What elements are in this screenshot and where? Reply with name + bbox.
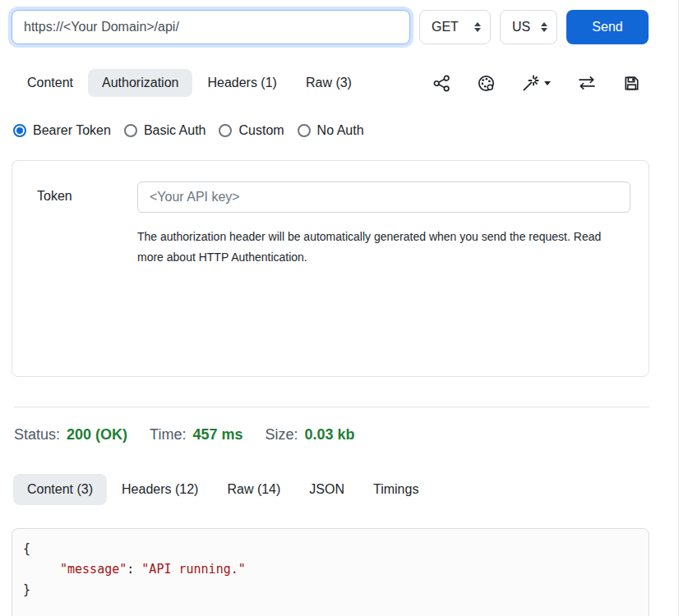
region-select[interactable]: US [500, 10, 557, 44]
bearer-token-panel: Token The authorization header will be a… [12, 160, 649, 377]
section-divider [14, 407, 649, 407]
auth-option-custom[interactable]: Custom [219, 123, 284, 138]
response-body-panel: {"message": "API running."} [12, 528, 649, 616]
tab-headers[interactable]: Headers (1) [193, 69, 290, 97]
response-tab-timings[interactable]: Timings [359, 474, 432, 505]
auth-option-basic-auth[interactable]: Basic Auth [124, 123, 206, 138]
token-row: Token [37, 182, 630, 213]
token-label: Token [37, 182, 137, 213]
tab-content[interactable]: Content [13, 69, 87, 97]
request-toolbar [433, 75, 649, 92]
auth-option-label: No Auth [317, 123, 364, 138]
radio-unchecked-icon [298, 124, 311, 137]
json-value: "API running." [141, 562, 245, 577]
url-input[interactable] [12, 10, 410, 44]
time-label: Time: [150, 426, 186, 444]
status-label: Status: [14, 426, 60, 444]
size-label: Size: [265, 426, 298, 444]
palette-icon [478, 75, 495, 92]
share-button[interactable] [433, 75, 450, 92]
swap-button[interactable] [578, 76, 596, 90]
save-icon [623, 75, 640, 92]
json-key: "message" [60, 562, 127, 577]
region-select-value: US [512, 20, 530, 34]
radio-unchecked-icon [124, 124, 137, 137]
auth-option-no-auth[interactable]: No Auth [298, 123, 364, 138]
theme-button[interactable] [478, 75, 495, 92]
save-button[interactable] [623, 75, 640, 92]
json-separator: : [127, 562, 141, 577]
share-icon [433, 75, 450, 92]
time-value: 457 ms [192, 426, 242, 444]
auth-option-bearer-token[interactable]: Bearer Token [13, 123, 111, 138]
auth-type-options: Bearer Token Basic Auth Custom No Auth [13, 123, 649, 138]
method-select[interactable]: GET [419, 10, 491, 44]
auth-option-label: Bearer Token [33, 123, 111, 138]
json-close-brace: } [23, 580, 638, 600]
json-open-brace: { [23, 539, 638, 559]
token-input[interactable] [137, 182, 630, 213]
chevron-down-icon [544, 81, 551, 85]
response-tabs: Content (3) Headers (12) Raw (14) JSON T… [13, 474, 649, 505]
radio-unchecked-icon [219, 124, 232, 137]
status-value: 200 (OK) [67, 426, 127, 444]
select-updown-icon [541, 22, 547, 32]
swap-arrows-icon [578, 76, 596, 90]
size-value: 0.03 kb [305, 426, 355, 444]
auth-option-label: Custom [238, 123, 284, 138]
response-tab-headers[interactable]: Headers (12) [108, 474, 212, 505]
response-tab-json[interactable]: JSON [295, 474, 358, 505]
response-json: {"message": "API running."} [23, 539, 638, 600]
radio-checked-icon [13, 124, 26, 137]
auth-help-text: The authorization header will be automat… [137, 227, 630, 268]
json-message-line: "message": "API running." [23, 559, 638, 580]
send-button[interactable]: Send [566, 10, 649, 44]
response-status-row: Status: 200 (OK) Time: 457 ms Size: 0.03… [14, 426, 649, 444]
magic-wand-icon [522, 75, 539, 92]
auth-option-label: Basic Auth [144, 123, 206, 138]
request-tabs: Content Authorization Headers (1) Raw (3… [13, 69, 649, 97]
response-tab-raw[interactable]: Raw (14) [213, 474, 294, 505]
api-client-page: GET US Send Content Authorization Header… [0, 0, 688, 616]
tab-raw[interactable]: Raw (3) [292, 69, 366, 97]
request-bar: GET US Send [12, 10, 649, 44]
method-select-value: GET [432, 20, 459, 34]
response-tab-content[interactable]: Content (3) [13, 474, 107, 505]
magic-options-button[interactable] [522, 75, 551, 92]
select-updown-icon [474, 22, 481, 32]
tab-authorization[interactable]: Authorization [88, 69, 192, 97]
page-right-divider [678, 0, 679, 616]
